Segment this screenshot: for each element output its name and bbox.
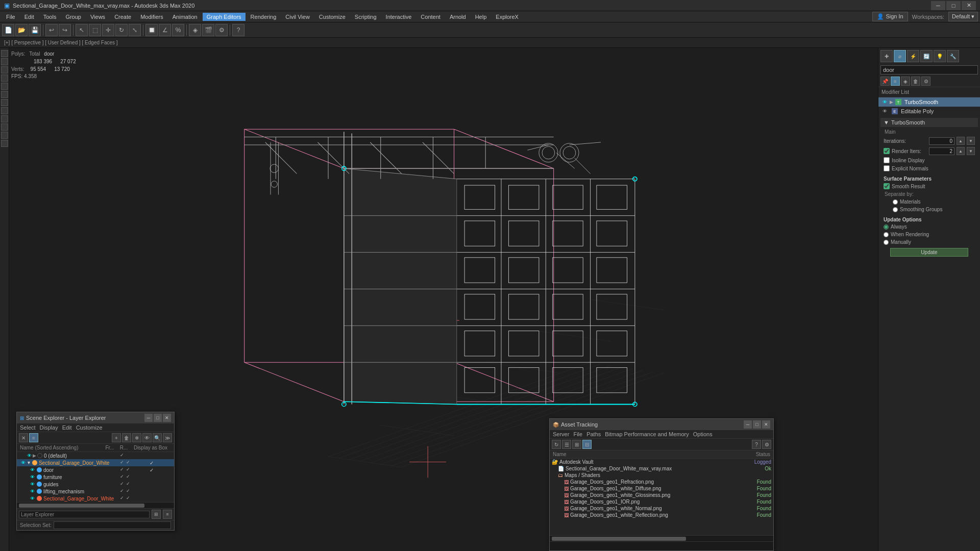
ts-smoothing-groups-radio[interactable] [893, 207, 898, 212]
menu-customize[interactable]: Customize [315, 13, 350, 21]
left-tool-12[interactable] [1, 140, 8, 147]
at-minimize[interactable]: ─ [744, 420, 752, 429]
se-tb-delete[interactable]: 🗑 [122, 433, 131, 442]
viewport-3d[interactable]: Polys: Total door 183 396 27 072 Verts: … [9, 48, 878, 551]
mod-configure[interactable]: ⚙ [921, 77, 930, 86]
at-row-reflection[interactable]: 🖼 Garage_Doors_geo1_white_Reflection.png… [550, 512, 773, 518]
at-menu-file[interactable]: File [573, 431, 582, 437]
at-row-ior[interactable]: 🖼 Garage_Doors_geo1_IOR.png Found [550, 498, 773, 505]
ts-isoline-checkbox[interactable] [884, 157, 890, 163]
at-menu-server[interactable]: Server [553, 431, 569, 437]
se-scroll-thumb[interactable] [19, 504, 144, 508]
menu-arnold[interactable]: Arnold [446, 13, 470, 21]
menu-graph-editors[interactable]: Graph Editors [203, 13, 246, 21]
close-button[interactable]: ✕ [962, 1, 976, 10]
se-tb-freeze[interactable]: ❄ [132, 433, 141, 442]
mod-instance[interactable]: ◈ [901, 77, 910, 86]
tab-display[interactable]: 💡 [934, 50, 946, 62]
at-menu-bitmap[interactable]: Bitmap Performance and Memory [605, 431, 689, 437]
at-row-vault[interactable]: 🔐 Autodesk Vault Logged [550, 459, 773, 465]
select-button[interactable]: ↖ [76, 24, 88, 36]
se-row-lifting[interactable]: 👁 lifting_mechanism ✓ ✓ [17, 488, 174, 495]
left-tool-11[interactable] [1, 132, 8, 139]
se-eye-garage-obj[interactable]: 👁 [30, 496, 35, 501]
tab-utilities[interactable]: 🔧 [947, 50, 959, 62]
minimize-button[interactable]: ─ [931, 1, 945, 10]
left-tool-7[interactable] [1, 99, 8, 106]
undo-button[interactable]: ↩ [45, 24, 58, 36]
left-tool-1[interactable] [1, 50, 8, 57]
at-maximize[interactable]: □ [753, 420, 761, 429]
snap-toggle[interactable]: 🔲 [145, 24, 158, 36]
move-button[interactable]: ✛ [102, 24, 114, 36]
ts-render-iters-up[interactable]: ▲ [957, 147, 965, 155]
scene-explorer-titlebar[interactable]: ⊞ Scene Explorer - Layer Explorer ─ □ ✕ [17, 412, 174, 423]
menu-content[interactable]: Content [416, 13, 445, 21]
ts-smooth-result-checkbox[interactable] [884, 183, 890, 189]
modifier-editable-poly[interactable]: 👁 E Editable Poly [878, 107, 980, 116]
se-footer-btn-1[interactable]: ⊞ [152, 510, 161, 519]
left-tool-2[interactable] [1, 58, 8, 65]
workspace-dropdown[interactable]: Default ▾ [948, 12, 978, 21]
se-menu-select[interactable]: Select [20, 424, 36, 431]
se-footer-label-input[interactable] [19, 511, 150, 518]
modifier-eye-turbosmooth[interactable]: 👁 [883, 99, 888, 105]
open-button[interactable]: 📂 [15, 24, 28, 36]
se-menu-edit[interactable]: Edit [62, 424, 72, 431]
redo-button[interactable]: ↪ [59, 24, 71, 36]
ts-iterations-up[interactable]: ▲ [957, 137, 965, 145]
save-button[interactable]: 💾 [29, 24, 41, 36]
at-body[interactable]: 🔐 Autodesk Vault Logged 📄 Sectional_Gara… [550, 459, 773, 535]
left-tool-5[interactable] [1, 83, 8, 90]
at-row-maps[interactable]: 🗂 Maps / Shaders [550, 472, 773, 479]
left-tool-10[interactable] [1, 123, 8, 131]
tab-modify[interactable]: ⌀ [894, 50, 906, 62]
mod-delete[interactable]: 🗑 [911, 77, 920, 86]
ts-when-rendering-radio[interactable] [884, 232, 889, 237]
at-menu-options[interactable]: Options [693, 431, 713, 437]
at-row-maxfile[interactable]: 📄 Sectional_Garage_Door_White_max_vray.m… [550, 465, 773, 472]
at-tb-list[interactable]: ☰ [562, 440, 571, 449]
menu-tools[interactable]: Tools [39, 13, 61, 21]
ts-explicit-normals-checkbox[interactable] [884, 165, 890, 171]
at-tb-refresh[interactable]: ↻ [552, 440, 561, 449]
scene-explorer-close[interactable]: ✕ [163, 414, 171, 422]
se-tb-add-layer[interactable]: + [112, 433, 121, 442]
ts-iterations-input[interactable] [929, 137, 954, 145]
se-row-door[interactable]: 👁 door ✓ ✓ ✓ [17, 466, 174, 473]
menu-interactive[interactable]: Interactive [382, 13, 416, 21]
se-tb-filter[interactable]: ✕ [19, 433, 28, 442]
ts-manually-radio[interactable] [884, 240, 889, 245]
menu-file[interactable]: File [2, 13, 19, 21]
menu-animation[interactable]: Animation [168, 13, 202, 21]
sign-in-button[interactable]: 👤 Sign In [872, 12, 908, 21]
se-tb-search[interactable]: 🔍 [153, 433, 162, 442]
se-footer-btn-2[interactable]: ≡ [163, 510, 172, 519]
tab-hierarchy[interactable]: ⚡ [907, 50, 919, 62]
menu-views[interactable]: Views [86, 13, 109, 21]
object-name-input[interactable] [880, 65, 978, 74]
mod-list-btn[interactable]: ≡ [891, 77, 900, 86]
left-tool-8[interactable] [1, 107, 8, 114]
tab-motion[interactable]: 🔄 [920, 50, 933, 62]
ts-render-iters-checkbox[interactable] [884, 148, 890, 154]
left-tool-4[interactable] [1, 74, 8, 82]
selection-set-input[interactable] [54, 521, 171, 529]
left-tool-3[interactable] [1, 66, 8, 73]
modifier-turbosmooth[interactable]: 👁 ▶ T TurboSmooth [878, 97, 980, 107]
ts-update-button[interactable]: Update [890, 248, 968, 257]
scene-explorer-minimize[interactable]: ─ [144, 414, 153, 422]
left-tool-6[interactable] [1, 91, 8, 98]
select-region-button[interactable]: ⬚ [89, 24, 101, 36]
menu-help[interactable]: Help [471, 13, 491, 21]
se-row-furniture[interactable]: 👁 furniture ✓ ✓ [17, 473, 174, 481]
scene-explorer-maximize[interactable]: □ [154, 414, 162, 422]
menu-civil-view[interactable]: Civil View [281, 13, 313, 21]
turbosmooth-section-header[interactable]: ▼ TurboSmooth [880, 118, 978, 127]
at-row-refraction[interactable]: 🖼 Garage_Doors_geo1_Refraction.png Found [550, 479, 773, 485]
se-eye-guides[interactable]: 👁 [30, 482, 35, 487]
render-setup[interactable]: ⚙ [215, 24, 228, 36]
help-button[interactable]: ? [232, 24, 244, 36]
new-button[interactable]: 📄 [2, 24, 14, 36]
se-scrollbar[interactable] [17, 502, 174, 508]
